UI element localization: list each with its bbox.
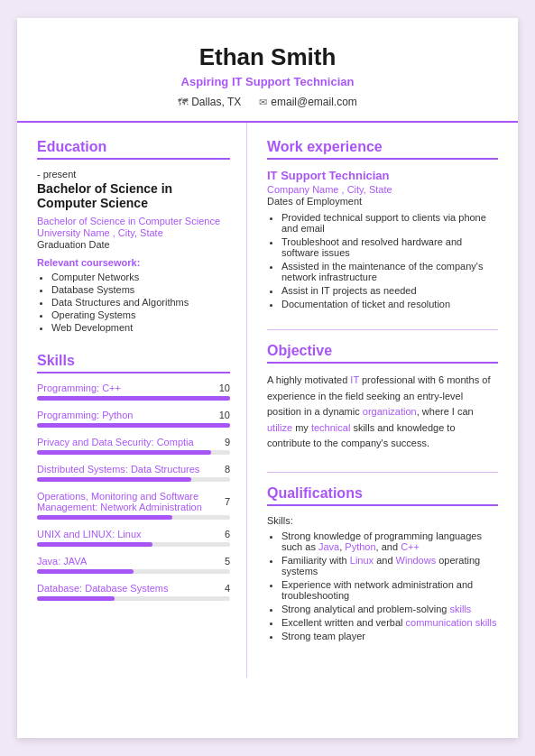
duty-item: Assisted in the maintenance of the compa… <box>281 261 498 282</box>
divider-1 <box>267 329 498 330</box>
skill-bar-bg <box>37 423 230 428</box>
skill-score: 9 <box>225 437 230 447</box>
skill-row: Distributed Systems: Data Structures 8 <box>37 464 230 482</box>
qualifications-title: Qualifications <box>267 485 498 506</box>
qual-skills-label: Skills: <box>267 515 498 526</box>
job-company: Company Name , City, State <box>267 184 498 195</box>
skill-row: Programming: C++ 10 <box>37 383 230 401</box>
objective-title: Objective <box>267 343 498 364</box>
skill-row: Operations, Monitoring and Software Mana… <box>37 491 230 520</box>
work-experience-title: Work experience <box>267 139 498 160</box>
qual-item: Strong analytical and problem-solving sk… <box>281 604 498 614</box>
education-section: Education - present Bachelor of Science … <box>37 139 230 333</box>
duty-item: Documentation of ticket and resolution <box>281 299 498 309</box>
edu-detail: Bachelor of Science in Computer Science <box>37 216 230 226</box>
email-icon: ✉ <box>259 97 267 108</box>
skill-name: Java: JAVA <box>37 556 87 567</box>
email-text: email@email.com <box>271 96 357 108</box>
duty-item: Provided technical support to clients vi… <box>281 212 498 234</box>
skill-score: 7 <box>225 496 230 507</box>
duty-item: Troubleshoot and resolved hardware and s… <box>281 236 498 258</box>
left-column: Education - present Bachelor of Science … <box>17 123 247 678</box>
qual-item: Familiarity with Linux and Windows opera… <box>281 555 498 576</box>
skill-score: 8 <box>225 464 230 475</box>
skill-name: UNIX and LINUX: Linux <box>37 529 142 539</box>
duty-item: Assist in IT projects as needed <box>281 285 498 296</box>
course-item: Database Systems <box>51 284 230 295</box>
qual-item: Strong team player <box>281 631 498 641</box>
education-title: Education <box>37 139 230 160</box>
skill-bar-fill <box>37 423 230 428</box>
skill-row: Privacy and Data Security: Comptia 9 <box>37 437 230 455</box>
skill-row: Java: JAVA 5 <box>37 556 230 574</box>
resume-page: Ethan Smith Aspiring IT Support Technici… <box>17 18 518 738</box>
skill-row: UNIX and LINUX: Linux 6 <box>37 529 230 547</box>
skill-bar-bg <box>37 596 230 601</box>
email-item: ✉ email@email.com <box>259 96 357 108</box>
skills-section: Skills Programming: C++ 10 Programming: … <box>37 353 230 601</box>
skill-name: Distributed Systems: Data Structures <box>37 464 199 475</box>
skill-name: Database: Database Systems <box>37 583 169 594</box>
skill-row: Programming: Python 10 <box>37 410 230 428</box>
work-experience-section: Work experience IT Support Technician Co… <box>267 139 498 309</box>
divider-2 <box>267 472 498 473</box>
course-item: Computer Networks <box>51 272 230 282</box>
objective-text: A highly motivated IT professional with … <box>267 373 498 452</box>
contact-row: 🗺 Dallas, TX ✉ email@email.com <box>44 96 491 108</box>
skill-bar-bg <box>37 477 230 482</box>
course-item: Operating Systems <box>51 309 230 320</box>
skill-bar-fill <box>37 450 211 455</box>
skill-name: Operations, Monitoring and Software Mana… <box>37 491 225 512</box>
skill-bar-fill <box>37 396 230 401</box>
qual-item: Experience with network administration a… <box>281 579 498 601</box>
qual-list: Strong knowledge of programming language… <box>267 530 498 641</box>
skill-score: 6 <box>225 529 230 539</box>
course-item: Web Development <box>51 322 230 333</box>
candidate-title: Aspiring IT Support Technician <box>44 75 491 88</box>
qual-item: Strong knowledge of programming language… <box>281 530 498 552</box>
skill-score: 5 <box>225 556 230 567</box>
resume-header: Ethan Smith Aspiring IT Support Technici… <box>17 18 518 123</box>
course-item: Data Structures and Algorithms <box>51 297 230 308</box>
skill-bar-fill <box>37 569 134 574</box>
skill-name: Programming: C++ <box>37 383 121 393</box>
skill-score: 4 <box>225 583 230 594</box>
location-text: Dallas, TX <box>191 96 241 108</box>
skills-title: Skills <box>37 353 230 373</box>
skill-score: 10 <box>219 383 230 393</box>
skill-bar-bg <box>37 542 230 547</box>
skill-bar-bg <box>37 396 230 401</box>
skill-bar-fill <box>37 515 172 520</box>
qual-item: Excellent written and verbal communicati… <box>281 617 498 628</box>
skill-bar-fill <box>37 596 115 601</box>
job-dates: Dates of Employment <box>267 196 498 207</box>
coursework-label: Relevant coursework: <box>37 257 230 268</box>
qualifications-section: Qualifications Skills: Strong knowledge … <box>267 485 498 641</box>
duties-list: Provided technical support to clients vi… <box>267 212 498 309</box>
job-title: IT Support Technician <box>267 169 498 182</box>
skill-name: Privacy and Data Security: Comptia <box>37 437 194 447</box>
skill-bar-fill <box>37 477 191 482</box>
skill-row: Database: Database Systems 4 <box>37 583 230 601</box>
resume-body: Education - present Bachelor of Science … <box>17 123 518 678</box>
edu-grad: Graduation Date <box>37 239 230 250</box>
skill-name: Programming: Python <box>37 410 133 420</box>
skill-bar-bg <box>37 450 230 455</box>
edu-present: - present <box>37 169 230 180</box>
edu-university: University Name , City, State <box>37 227 230 238</box>
skill-bar-bg <box>37 569 230 574</box>
skill-score: 10 <box>219 410 230 420</box>
coursework-list: Computer NetworksDatabase SystemsData St… <box>37 272 230 333</box>
objective-section: Objective A highly motivated IT professi… <box>267 343 498 452</box>
skill-bar-bg <box>37 515 230 520</box>
location-icon: 🗺 <box>178 97 188 107</box>
candidate-name: Ethan Smith <box>44 43 491 71</box>
skill-bar-fill <box>37 542 152 547</box>
location-item: 🗺 Dallas, TX <box>178 96 241 108</box>
right-column: Work experience IT Support Technician Co… <box>247 123 518 678</box>
edu-degree: Bachelor of Science in Computer Science <box>37 181 230 210</box>
